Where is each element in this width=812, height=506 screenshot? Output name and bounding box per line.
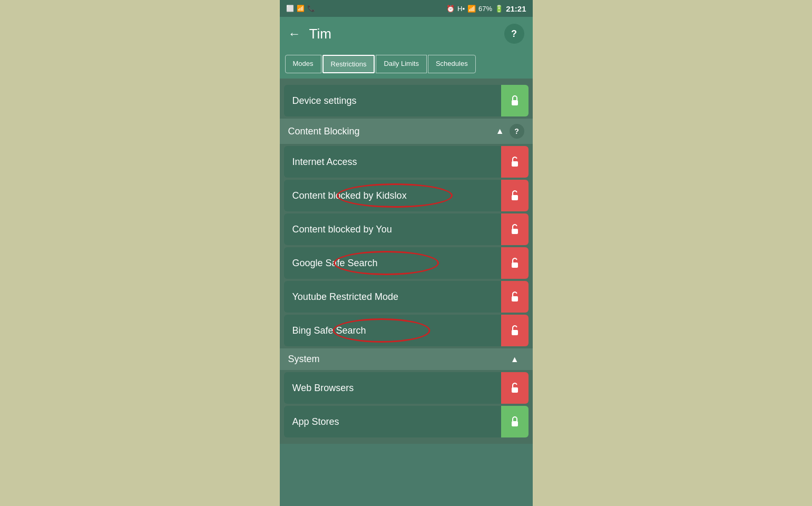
youtube-restricted-icon [501, 281, 529, 313]
svg-rect-6 [512, 330, 518, 335]
device-settings-label: Device settings [284, 95, 501, 106]
app-stores-label: App Stores [284, 416, 501, 427]
internet-access-unlock-icon [501, 146, 529, 178]
content-blocked-you-item[interactable]: Content blocked by You [284, 213, 529, 245]
web-browsers-label: Web Browsers [284, 383, 501, 394]
svg-rect-3 [512, 229, 518, 234]
content-blocked-you-icon [501, 213, 529, 245]
device-settings-lock-icon [501, 85, 529, 116]
content-blocking-chevron: ▲ [496, 126, 504, 136]
back-button[interactable]: ← [288, 26, 301, 41]
svg-rect-4 [512, 262, 518, 268]
youtube-restricted-label: Youtube Restricted Mode [284, 291, 501, 303]
svg-rect-7 [512, 387, 518, 393]
system-label: System [288, 354, 511, 365]
time-display: 21:21 [506, 4, 526, 13]
tab-modes[interactable]: Modes [285, 55, 321, 73]
device-settings-item[interactable]: Device settings [284, 85, 529, 116]
svg-rect-8 [512, 421, 518, 426]
bing-safe-search-label: Bing Safe Search [284, 325, 501, 336]
content-blocking-header[interactable]: Content Blocking ▲ ? [280, 119, 533, 144]
content-blocking-help-icon[interactable]: ? [510, 124, 524, 139]
app-stores-lock-icon [501, 406, 529, 437]
content-blocked-kidslox-label: Content blocked by Kidslox [284, 190, 501, 201]
tab-schedules[interactable]: Schedules [428, 55, 476, 73]
content-blocking-label: Content Blocking [288, 126, 496, 137]
google-safe-search-icon [501, 247, 529, 279]
content-blocked-kidslox-item[interactable]: Content blocked by Kidslox [284, 180, 529, 211]
svg-rect-2 [512, 195, 518, 200]
phone-icon: 📞 [307, 5, 315, 12]
battery-icon: 🔋 [495, 5, 503, 13]
signal-bars: 📶 [467, 5, 476, 13]
internet-access-label: Internet Access [284, 157, 501, 168]
alarm-icon: ⏰ [446, 5, 455, 13]
battery-level: 67% [478, 5, 492, 13]
phone-frame: ⬜ 📶 📞 ⏰ H▪ 📶 67% 🔋 21:21 ← Tim ? Modes R… [280, 0, 533, 506]
header: ← Tim ? [280, 17, 533, 51]
content-blocked-you-label: Content blocked by You [284, 224, 501, 235]
system-chevron: ▲ [511, 355, 519, 364]
content-area: Device settings Content Blocking ▲ ? Int… [280, 79, 533, 444]
tabs-row: Modes Restrictions Daily Limits Schedule… [280, 51, 533, 79]
status-bar: ⬜ 📶 📞 ⏰ H▪ 📶 67% 🔋 21:21 [280, 0, 533, 17]
status-right: ⏰ H▪ 📶 67% 🔋 21:21 [446, 4, 526, 13]
page-title: Tim [309, 26, 504, 42]
internet-access-item[interactable]: Internet Access [284, 146, 529, 178]
tab-daily-limits[interactable]: Daily Limits [376, 55, 426, 73]
web-browsers-item[interactable]: Web Browsers [284, 372, 529, 404]
header-help-button[interactable]: ? [504, 24, 524, 44]
google-safe-search-label: Google Safe Search [284, 258, 501, 269]
svg-rect-0 [512, 100, 518, 105]
web-browsers-icon [501, 372, 529, 404]
tab-restrictions[interactable]: Restrictions [322, 55, 375, 73]
bing-safe-search-item[interactable]: Bing Safe Search [284, 315, 529, 346]
svg-rect-5 [512, 296, 518, 301]
youtube-restricted-item[interactable]: Youtube Restricted Mode [284, 281, 529, 313]
bing-safe-search-icon [501, 315, 529, 346]
svg-rect-1 [512, 161, 518, 167]
image-icon: ⬜ [286, 5, 294, 12]
wifi-icon: 📶 [297, 5, 305, 12]
system-header[interactable]: System ▲ [280, 348, 533, 370]
status-icons-left: ⬜ 📶 📞 [286, 5, 315, 12]
google-safe-search-item[interactable]: Google Safe Search [284, 247, 529, 279]
signal-icon: H▪ [457, 5, 465, 13]
content-blocked-kidslox-icon [501, 180, 529, 211]
app-stores-item[interactable]: App Stores [284, 406, 529, 437]
